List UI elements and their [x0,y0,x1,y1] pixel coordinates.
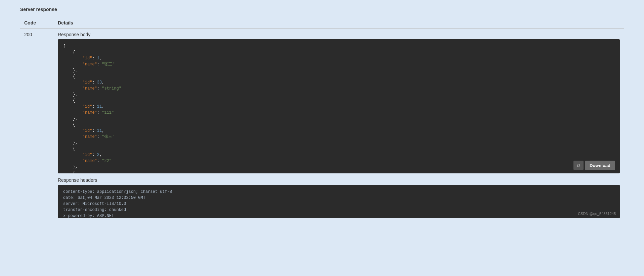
response-headers-wrapper: content-type: application/json; charset=… [58,185,620,218]
download-button[interactable]: Download [585,161,615,170]
response-body-wrapper: [ { "id": 1, "name": "张三" }, { "id": 33,… [58,39,620,173]
status-code: 200 [20,29,54,222]
details-column-header: Details [54,17,624,29]
code-column-header: Code [20,17,54,29]
response-headers-block[interactable]: content-type: application/json; charset=… [58,185,620,218]
response-table: Code Details 200 Response body [ { "id":… [20,17,624,222]
server-response-title: Server response [20,7,624,12]
copy-icon-button[interactable]: ⧉ [573,161,584,170]
csdn-watermark: CSDN @qq_54861245 [578,212,616,216]
page-container: Server response Code Details 200 Respons… [0,0,644,276]
copy-icon: ⧉ [577,163,580,168]
response-row: 200 Response body [ { "id": 1, "name": "… [20,29,624,222]
response-body-block[interactable]: [ { "id": 1, "name": "张三" }, { "id": 33,… [58,39,620,173]
download-btn-area: ⧉ Download [573,161,615,170]
response-body-label: Response body [58,32,620,37]
response-headers-label: Response headers [58,177,620,183]
details-cell: Response body [ { "id": 1, "name": "张三" … [54,29,624,222]
